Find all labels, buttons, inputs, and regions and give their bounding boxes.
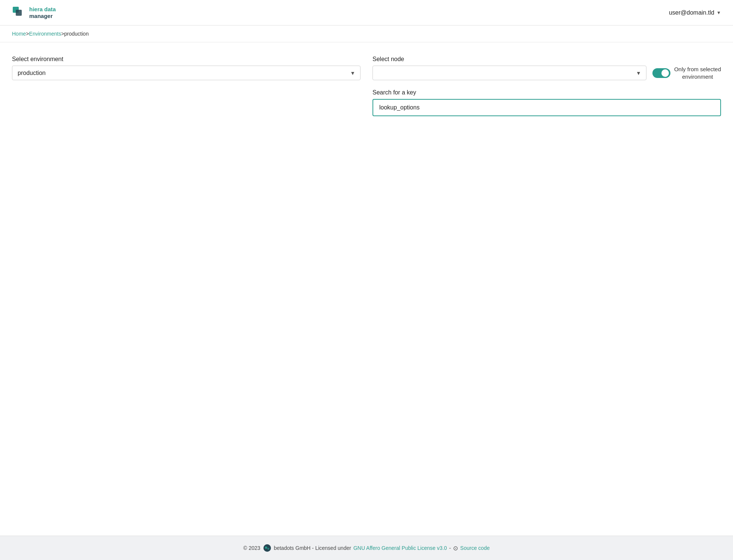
environment-select[interactable]: production staging development xyxy=(12,66,361,80)
breadcrumb-separator1: > xyxy=(26,31,29,37)
footer-separator: - xyxy=(449,545,451,551)
environment-group: Select environment production staging de… xyxy=(12,56,361,80)
environment-label: Select environment xyxy=(12,56,361,63)
breadcrumb: Home>Environments>production xyxy=(0,25,733,42)
search-section: Search for a key xyxy=(372,89,721,116)
app-footer: © 2023 betadots GmbH - Licensed under GN… xyxy=(0,536,733,560)
breadcrumb-home[interactable]: Home xyxy=(12,31,26,37)
toggle-slider xyxy=(652,68,670,78)
footer-copyright: © 2023 xyxy=(243,545,260,551)
main-content: Select environment production staging de… xyxy=(0,42,733,536)
logo-line2: manager xyxy=(29,13,56,19)
user-email: user@domain.tld xyxy=(669,9,714,16)
logo-line1: hiera data xyxy=(29,6,56,12)
logo: hiera data manager xyxy=(12,6,56,19)
betadots-logo-icon xyxy=(263,544,272,553)
svg-point-4 xyxy=(267,548,269,550)
node-select[interactable] xyxy=(372,66,646,80)
app-header: hiera data manager user@domain.tld ▼ xyxy=(0,0,733,25)
breadcrumb-current: >production xyxy=(61,31,89,37)
footer-company: betadots GmbH - Licensed under xyxy=(274,545,351,551)
toggle-label: Only from selectedenvironment xyxy=(674,66,721,80)
footer-license-link[interactable]: GNU Affero General Public License v3.0 xyxy=(353,545,447,551)
node-section: Select node ▼ Only from selectedenvir xyxy=(372,56,721,80)
footer-source-link[interactable]: Source code xyxy=(460,545,490,551)
footer-inner: © 2023 betadots GmbH - Licensed under GN… xyxy=(12,544,721,553)
logo-icon xyxy=(12,6,25,19)
environment-select-wrapper: production staging development ▼ xyxy=(12,66,361,80)
node-row: ▼ Only from selectedenvironment xyxy=(372,66,721,80)
form-grid: Select environment production staging de… xyxy=(12,56,721,116)
toggle-group: Only from selectedenvironment xyxy=(652,66,721,80)
node-label: Select node xyxy=(372,56,721,63)
svg-rect-1 xyxy=(16,10,22,16)
breadcrumb-environments[interactable]: Environments xyxy=(29,31,61,37)
svg-point-2 xyxy=(263,544,271,552)
svg-point-3 xyxy=(265,547,267,549)
user-menu[interactable]: user@domain.tld ▼ xyxy=(669,9,721,16)
search-label: Search for a key xyxy=(372,89,721,96)
search-input[interactable] xyxy=(372,99,721,116)
user-menu-chevron-icon: ▼ xyxy=(717,10,721,15)
node-select-wrapper: ▼ xyxy=(372,66,646,80)
logo-text: hiera data manager xyxy=(29,6,56,19)
only-from-selected-toggle[interactable] xyxy=(652,68,670,78)
github-icon: ⊙ xyxy=(453,545,458,552)
right-column: Select node ▼ Only from selectedenvir xyxy=(372,56,721,116)
